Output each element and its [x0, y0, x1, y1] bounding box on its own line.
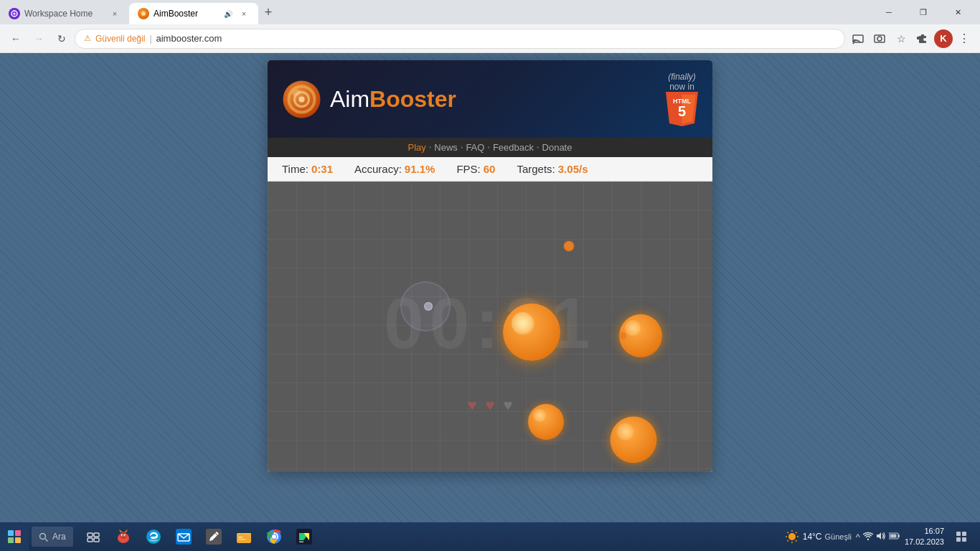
note-icon[interactable]	[199, 522, 228, 551]
tab-aimbooster-title: AimBooster	[154, 9, 218, 19]
svg-rect-30	[238, 537, 242, 538]
svg-rect-18	[94, 538, 99, 542]
cast-button[interactable]	[848, 29, 868, 49]
notification-icon	[956, 531, 967, 542]
system-tray-icons: ^	[856, 531, 900, 543]
svg-point-35	[272, 534, 276, 539]
refresh-button[interactable]: ↻	[52, 29, 72, 49]
maximize-button[interactable]: ❒	[907, 0, 940, 24]
back-button[interactable]: ←	[6, 29, 26, 49]
svg-point-1	[14, 13, 16, 15]
svg-point-23	[121, 535, 122, 536]
bookmark-button[interactable]: ☆	[891, 29, 911, 49]
security-icon: ⚠	[84, 34, 91, 43]
svg-line-45	[796, 532, 797, 534]
aimbooster-favicon	[138, 8, 149, 19]
tab-mute-icon[interactable]: 🔊	[222, 8, 234, 19]
game-canvas[interactable]: 00:31	[268, 182, 712, 472]
profile-button[interactable]: K	[934, 29, 953, 48]
accuracy-value: 91.1%	[405, 163, 435, 175]
target-6[interactable]	[611, 417, 657, 463]
clock-time: 16:07	[924, 526, 944, 537]
time-value: 0:31	[311, 163, 333, 175]
svg-rect-37	[299, 542, 303, 543]
screenshot-button[interactable]	[870, 29, 890, 49]
windows-icon	[8, 530, 21, 543]
dragon-icon	[115, 528, 132, 545]
tab-aimbooster-close[interactable]: ×	[238, 8, 250, 19]
target-2[interactable]	[503, 303, 560, 361]
show-hidden-icons-button[interactable]: ^	[856, 532, 860, 542]
svg-rect-17	[88, 538, 93, 542]
target-5[interactable]	[528, 404, 564, 440]
html5-line1: (finally)	[668, 72, 696, 82]
nav-feedback[interactable]: Feedback	[493, 142, 534, 153]
close-button[interactable]: ✕	[941, 0, 974, 24]
time-label: Time:	[282, 163, 308, 175]
workspace-favicon	[9, 8, 20, 19]
dragon-app-icon[interactable]	[109, 522, 138, 551]
logo-icon	[282, 80, 321, 119]
url-text: aimbooster.com	[156, 33, 837, 44]
taskview-icon	[87, 530, 100, 543]
edge-icon[interactable]	[139, 522, 168, 551]
forward-button[interactable]: →	[29, 29, 49, 49]
pycharm-icon[interactable]	[290, 522, 319, 551]
nav-play[interactable]: Play	[408, 142, 426, 153]
tab-workspace-close[interactable]: ×	[109, 8, 121, 19]
search-bar[interactable]: Ara	[32, 527, 73, 547]
logo-text: AimBooster	[330, 86, 456, 113]
game-nav: Play • News • FAQ • Feedback • Donate	[268, 138, 712, 157]
tabs-area: Workspace Home × AimBooster 🔊 × +	[0, 0, 872, 24]
speaker-icon	[876, 531, 886, 541]
fps-value: 60	[484, 163, 496, 175]
nav-faq[interactable]: FAQ	[466, 142, 484, 153]
stat-time: Time: 0:31	[282, 163, 333, 175]
extensions-button[interactable]	[913, 29, 933, 49]
url-bar[interactable]: ⚠ Güvenli değil | aimbooster.com	[75, 29, 845, 49]
power-icon	[889, 531, 900, 541]
nav-news[interactable]: News	[434, 142, 458, 153]
crosshair	[424, 302, 433, 311]
nav-donate[interactable]: Donate	[542, 142, 573, 153]
svg-point-21	[121, 534, 123, 537]
notification-center-button[interactable]	[948, 522, 974, 551]
weather-widget[interactable]: 14°C Güneşli	[784, 529, 852, 545]
weather-condition: Güneşli	[825, 532, 852, 541]
chrome-icon[interactable]	[260, 522, 288, 551]
targets-value: 3.05/s	[558, 163, 588, 175]
svg-point-38	[788, 533, 796, 540]
address-bar: ← → ↻ ⚠ Güvenli değil | aimbooster.com	[0, 24, 980, 53]
minimize-button[interactable]: ─	[872, 0, 905, 24]
tab-workspace[interactable]: Workspace Home ×	[0, 3, 129, 24]
edge-browser-icon	[146, 529, 161, 545]
target-4[interactable]	[619, 332, 626, 339]
svg-rect-51	[956, 532, 961, 536]
svg-point-13	[40, 533, 46, 539]
svg-rect-53	[956, 537, 961, 542]
logo-aim: Aim	[330, 86, 369, 112]
tab-aimbooster[interactable]: AimBooster 🔊 ×	[129, 3, 258, 24]
battery-icon[interactable]	[889, 531, 900, 543]
explorer-app-icon	[236, 529, 252, 545]
menu-button[interactable]: ⋮	[954, 29, 974, 49]
volume-icon[interactable]	[876, 531, 886, 543]
clock-date: 17.02.2023	[905, 537, 944, 547]
file-explorer-icon[interactable]	[230, 522, 258, 551]
mail-app-icon	[176, 529, 192, 545]
wifi-icon	[863, 531, 873, 541]
page-content: AimBooster (finally) now in 5 HTML	[0, 53, 980, 551]
game-wrapper: AimBooster (finally) now in 5 HTML	[0, 53, 980, 551]
svg-rect-52	[962, 532, 966, 536]
start-button[interactable]	[0, 522, 29, 551]
svg-rect-15	[88, 533, 93, 537]
clock-widget[interactable]: 16:07 17.02.2023	[905, 526, 944, 548]
chrome-app-icon	[266, 529, 282, 545]
new-tab-button[interactable]: +	[258, 2, 278, 22]
taskview-button[interactable]	[79, 522, 108, 551]
mail-icon[interactable]	[169, 522, 198, 551]
logo-area: AimBooster	[282, 80, 456, 119]
network-icon[interactable]	[863, 531, 873, 543]
heart-3: ♥	[504, 396, 513, 415]
target-1[interactable]	[564, 241, 574, 251]
